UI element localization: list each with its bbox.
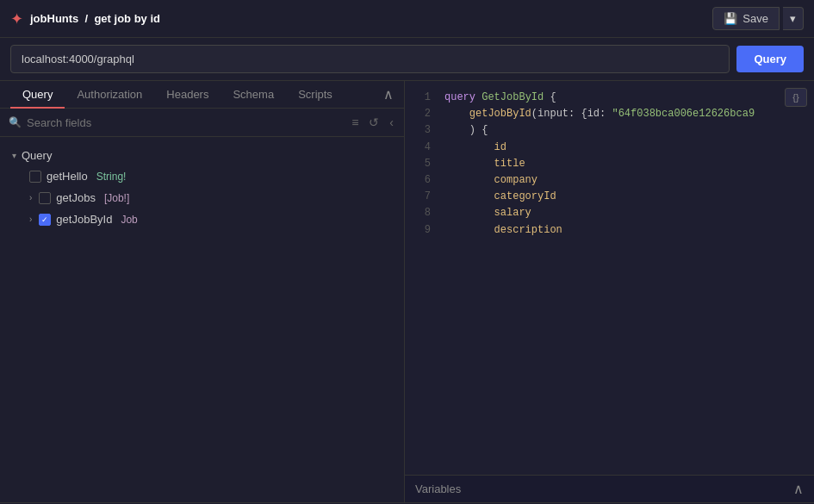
main-layout: Query Authorization Headers Schema Scrip… <box>0 81 814 502</box>
code-line: 8 salary <box>405 205 814 221</box>
code-content: company <box>444 172 537 189</box>
top-bar: ✦ jobHunts / get job by id 💾 Save ▾ <box>0 0 814 38</box>
item-name-gethello: getHello <box>47 170 88 183</box>
search-bar: 🔍 ≡ ↺ ‹ <box>0 109 404 137</box>
tab-headers[interactable]: Headers <box>154 81 221 108</box>
line-num: 3 <box>413 122 431 139</box>
checkbox-getjobs[interactable] <box>39 192 51 204</box>
code-line: 3 ) { <box>405 122 814 139</box>
tab-scripts[interactable]: Scripts <box>286 81 345 108</box>
url-input[interactable] <box>10 45 730 73</box>
code-line: 2 getJobById(input: {id: "64f038bca006e1… <box>405 106 814 122</box>
chevron-icon: ▾ <box>12 151 16 160</box>
line-num: 5 <box>413 156 431 172</box>
tab-authorization[interactable]: Authorization <box>65 81 154 108</box>
chevron-getjobbyid: › <box>29 215 32 224</box>
checkbox-getjobbyid[interactable] <box>39 214 51 226</box>
tree-section-header[interactable]: ▾ Query <box>7 146 397 165</box>
code-line: 7 categoryId <box>405 189 814 205</box>
line-num: 7 <box>413 189 431 205</box>
tab-schema[interactable]: Schema <box>221 81 286 108</box>
code-content: getJobById(input: {id: "64f038bca006e126… <box>444 106 755 122</box>
query-tree: ▾ Query getHello String! › getJobs [Job!… <box>0 137 404 502</box>
editor-format-button[interactable]: {} <box>785 88 807 107</box>
line-num: 8 <box>413 205 431 221</box>
checkbox-gethello[interactable] <box>29 171 41 183</box>
code-line: 9 description <box>405 222 814 239</box>
variables-label: Variables <box>415 482 461 495</box>
code-content: id <box>444 140 506 156</box>
code-content: title <box>444 156 525 172</box>
breadcrumb: jobHunts / get job by id <box>30 12 160 25</box>
search-icon: 🔍 <box>9 116 22 128</box>
query-button[interactable]: Query <box>736 46 804 72</box>
code-content: ) { <box>444 122 488 139</box>
save-label: Save <box>743 12 768 25</box>
variables-collapse-button[interactable]: ∧ <box>793 481 804 497</box>
code-content: salary <box>444 205 531 221</box>
tab-query[interactable]: Query <box>10 81 65 108</box>
code-content: description <box>444 222 562 239</box>
code-line: 1 query GetJobById { <box>405 90 814 106</box>
line-num: 4 <box>413 140 431 156</box>
left-panel: Query Authorization Headers Schema Scrip… <box>0 81 405 502</box>
search-actions: ≡ ↺ ‹ <box>350 114 395 131</box>
item-name-getjobbyid: getJobById <box>56 213 112 226</box>
item-type-gethello: String! <box>96 171 127 183</box>
editor-area: 1 query GetJobById { 2 getJobById(input:… <box>405 81 814 475</box>
line-num: 6 <box>413 172 431 189</box>
breadcrumb-current: get job by id <box>94 12 160 25</box>
item-name-getjobs: getJobs <box>56 191 96 204</box>
item-type-getjobbyid: Job <box>121 214 137 226</box>
code-line: 6 company <box>405 172 814 189</box>
tabs-right: ∧ <box>383 81 394 108</box>
url-bar: Query <box>0 38 814 81</box>
tree-section-query: ▾ Query getHello String! › getJobs [Job!… <box>0 142 404 233</box>
logo-icon: ✦ <box>10 9 23 28</box>
code-line: 4 id <box>405 140 814 156</box>
save-dropdown-button[interactable]: ▾ <box>783 7 804 30</box>
search-input[interactable] <box>27 116 345 129</box>
code-line: 5 title <box>405 156 814 172</box>
collapse-button[interactable]: ∧ <box>383 86 394 103</box>
code-content: categoryId <box>444 189 556 205</box>
breadcrumb-section: ✦ jobHunts / get job by id <box>10 9 160 28</box>
line-num: 9 <box>413 222 431 239</box>
tree-item-getjobs[interactable]: › getJobs [Job!] <box>7 187 397 208</box>
section-label: Query <box>22 149 52 162</box>
line-num: 1 <box>413 90 431 106</box>
refresh-button[interactable]: ↺ <box>367 114 381 131</box>
breadcrumb-prefix: jobHunts <box>30 12 78 25</box>
code-content: query GetJobById { <box>444 90 556 106</box>
tree-item-getjobbyid[interactable]: › getJobById Job <box>7 208 397 230</box>
toolbar-right: 💾 Save ▾ <box>712 7 804 30</box>
save-icon: 💾 <box>724 12 737 25</box>
filter-button[interactable]: ≡ <box>350 114 360 131</box>
editor-toolbar: {} <box>785 88 807 107</box>
left-tabs: Query Authorization Headers Schema Scrip… <box>0 81 404 109</box>
line-num: 2 <box>413 106 431 122</box>
item-type-getjobs: [Job!] <box>104 192 129 204</box>
save-button[interactable]: 💾 Save <box>712 7 780 30</box>
chevron-getjobs: › <box>29 193 32 202</box>
collapse-tree-button[interactable]: ‹ <box>388 114 395 131</box>
right-panel: 1 query GetJobById { 2 getJobById(input:… <box>405 81 814 502</box>
variables-section: Variables ∧ <box>405 475 814 502</box>
tree-item-gethello[interactable]: getHello String! <box>7 165 397 187</box>
breadcrumb-sep: / <box>85 12 89 25</box>
